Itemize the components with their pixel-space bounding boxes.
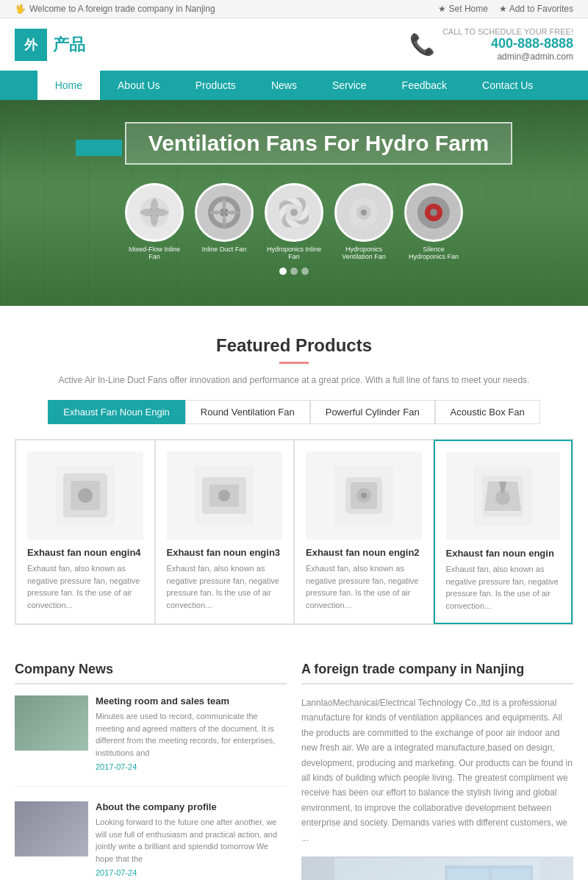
- company-photo: [301, 856, 573, 880]
- logo: 外 产品: [15, 29, 85, 61]
- svg-point-13: [430, 209, 437, 216]
- contact-info: CALL TO SCHEDULE YOUR FREE! 400-888-8888…: [442, 27, 573, 62]
- featured-products-section: Featured Products Active Air In-Line Duc…: [0, 306, 588, 647]
- nav-products[interactable]: Products: [178, 71, 254, 100]
- news-company-section: Company News Meeting room and sales team…: [0, 647, 588, 880]
- svg-point-7: [290, 209, 298, 216]
- hero-content: Ventilation Fans For Hydro Farm: [76, 122, 512, 165]
- news-date-2: 2017-07-24: [96, 868, 287, 877]
- main-nav: Home About Us Products News Service Feed…: [0, 71, 588, 100]
- header-contact: 📞 CALL TO SCHEDULE YOUR FREE! 400-888-88…: [409, 27, 573, 62]
- news-content-2: About the company profile Looking forwar…: [96, 801, 287, 877]
- hero-product-circle-4: [334, 183, 393, 242]
- header: 外 产品 📞 CALL TO SCHEDULE YOUR FREE! 400-8…: [0, 18, 588, 71]
- product-desc-1: Exhaust fan, also known as negative pres…: [27, 562, 143, 611]
- news-img-inner-1: [15, 695, 88, 751]
- product-img-4: [446, 452, 561, 540]
- welcome-text: Welcome to A foreign trade company in Na…: [29, 4, 215, 14]
- news-img-1: [15, 695, 88, 751]
- hero-dot-3[interactable]: [301, 268, 309, 275]
- tab-acoustic-box[interactable]: Acoustic Box Fan: [435, 400, 540, 424]
- top-bar-actions: ★ Set Home ★ Add to Favorites: [438, 4, 573, 14]
- featured-divider: [279, 362, 309, 364]
- set-home-label: Set Home: [449, 4, 488, 14]
- product-card-4: Exhaust fan noun engin Exhaust fan, also…: [434, 440, 573, 624]
- hero-product-4: Hydroponics Ventilation Fan: [334, 183, 393, 260]
- hero-product-circle-1: [125, 183, 184, 242]
- company-info: A foreign trade company in Nanjing Lannl…: [301, 662, 573, 880]
- product-title-4: Exhaust fan noun engin: [446, 548, 561, 559]
- news-title-2: About the company profile: [96, 801, 287, 812]
- hero-product-2: Inline Duct Fan: [195, 183, 254, 260]
- company-info-heading: A foreign trade company in Nanjing: [301, 662, 573, 684]
- product-title-2: Exhaust fan noun engin3: [167, 547, 283, 558]
- news-content-1: Meeting room and sales team Minutes are …: [96, 695, 287, 771]
- hero-product-label-4: Hydroponics Ventilation Fan: [334, 246, 393, 260]
- phone-icon: 📞: [409, 32, 435, 57]
- hero-product-circle-5: [404, 183, 463, 242]
- product-card-3: Exhaust fan noun engin2 Exhaust fan, als…: [294, 440, 434, 624]
- news-date-1: 2017-07-24: [96, 762, 287, 771]
- products-grid: Exhaust fan noun engin4 Exhaust fan, als…: [15, 439, 573, 625]
- svg-point-17: [78, 488, 93, 503]
- nav-news[interactable]: News: [254, 71, 315, 100]
- product-desc-4: Exhaust fan, also known as negative pres…: [446, 563, 561, 612]
- svg-point-10: [361, 210, 367, 215]
- company-desc: LannlaoMechanical/Electrical Technology …: [301, 695, 573, 845]
- hero-product-label-5: Silence Hydroponics Fan: [404, 246, 463, 260]
- news-img-2: [15, 801, 88, 856]
- hero-dot-1[interactable]: [279, 268, 287, 275]
- hero-product-5: Silence Hydroponics Fan: [404, 183, 463, 260]
- hero-dot-2[interactable]: [290, 268, 298, 275]
- hero-product-label-1: Mixed-Flow Inline Fan: [125, 246, 184, 260]
- welcome-icon: 🖖: [15, 4, 26, 14]
- product-desc-2: Exhaust fan, also known as negative pres…: [167, 562, 283, 611]
- tab-exhaust-fan[interactable]: Exhaust Fan Noun Engin: [48, 400, 185, 424]
- nav-feedback[interactable]: Feedback: [384, 71, 465, 100]
- news-item-1: Meeting room and sales team Minutes are …: [15, 695, 287, 787]
- product-img-1: [27, 451, 143, 540]
- email-address: admin@admin.com: [442, 51, 573, 62]
- product-desc-3: Exhaust fan, also known as negative pres…: [306, 562, 422, 611]
- set-home-link[interactable]: ★ Set Home: [438, 4, 488, 14]
- hero-product-circle-3: [265, 183, 323, 242]
- svg-point-20: [218, 490, 230, 501]
- tab-round-ventilation[interactable]: Round Ventilation Fan: [185, 400, 310, 424]
- hero-dots: [279, 268, 309, 275]
- hero-banner: Ventilation Fans For Hydro Farm Mixed-Fl…: [0, 100, 588, 306]
- featured-title: Featured Products: [15, 335, 573, 356]
- product-title-1: Exhaust fan noun engin4: [27, 547, 143, 558]
- logo-text: 产品: [53, 34, 85, 56]
- top-bar: 🖖 Welcome to A foreign trade company in …: [0, 0, 588, 18]
- logo-box: 外: [15, 29, 47, 61]
- hero-title-bar: [76, 140, 122, 156]
- product-img-2: [167, 451, 283, 540]
- news-text-1: Minutes are used to record, communicate …: [96, 710, 287, 759]
- svg-rect-35: [492, 869, 529, 880]
- hero-product-label-2: Inline Duct Fan: [195, 246, 254, 253]
- nav-about[interactable]: About Us: [100, 71, 178, 100]
- hero-product-3: Hydroponics Inline Fan: [265, 183, 323, 260]
- add-favorites-link[interactable]: ★ Add to Favorites: [499, 4, 573, 14]
- product-img-3: [306, 451, 422, 540]
- hero-product-1: Mixed-Flow Inline Fan: [125, 183, 184, 260]
- svg-rect-34: [448, 869, 489, 880]
- product-tabs: Exhaust Fan Noun Engin Round Ventilation…: [15, 400, 573, 424]
- hero-products: Mixed-Flow Inline Fan Inline Duct Fan Hy…: [125, 183, 463, 260]
- company-news-heading: Company News: [15, 662, 287, 684]
- news-title-1: Meeting room and sales team: [96, 695, 287, 706]
- phone-number: 400-888-8888: [442, 36, 573, 51]
- product-title-3: Exhaust fan noun engin2: [306, 547, 422, 558]
- tab-powerful-cylinder[interactable]: Powerful Cylinder Fan: [310, 400, 435, 424]
- product-card-1: Exhaust fan noun engin4 Exhaust fan, als…: [15, 440, 155, 624]
- company-news: Company News Meeting room and sales team…: [15, 662, 287, 880]
- nav-home[interactable]: Home: [37, 71, 100, 100]
- home-icon: ★: [438, 4, 446, 14]
- news-text-2: Looking forward to the future one after …: [96, 816, 287, 865]
- nav-contact[interactable]: Contact Us: [465, 71, 551, 100]
- featured-subtitle: Active Air In-Line Duct Fans offer innov…: [15, 375, 573, 385]
- star-icon: ★: [499, 4, 507, 14]
- news-img-inner-2: [15, 801, 88, 856]
- nav-service[interactable]: Service: [315, 71, 384, 100]
- add-favorites-label: Add to Favorites: [509, 4, 573, 14]
